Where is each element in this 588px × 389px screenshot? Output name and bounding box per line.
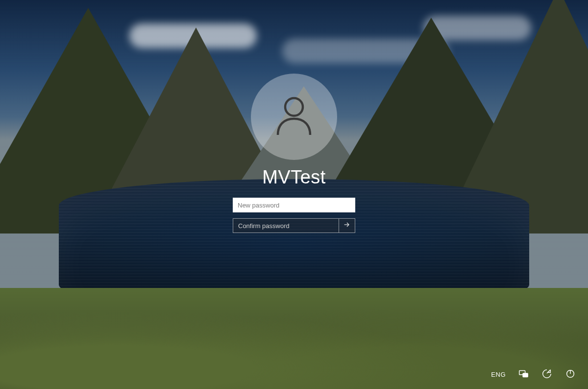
language-button[interactable]: ENG bbox=[490, 369, 507, 380]
svg-rect-3 bbox=[523, 373, 528, 377]
login-panel: MVTest bbox=[220, 74, 368, 233]
user-icon bbox=[270, 92, 318, 141]
username-label: MVTest bbox=[262, 167, 326, 188]
network-button[interactable] bbox=[516, 367, 530, 381]
submit-button[interactable] bbox=[339, 219, 355, 233]
svg-line-5 bbox=[547, 369, 550, 373]
power-button[interactable] bbox=[564, 367, 577, 381]
ease-of-access-icon bbox=[541, 368, 552, 381]
power-icon bbox=[565, 368, 576, 381]
svg-point-0 bbox=[285, 98, 303, 116]
new-password-field[interactable] bbox=[233, 198, 355, 212]
system-tray: ENG bbox=[490, 367, 577, 381]
ease-of-access-button[interactable] bbox=[540, 367, 554, 381]
network-icon bbox=[518, 368, 529, 381]
confirm-password-field[interactable] bbox=[233, 218, 355, 233]
arrow-right-icon bbox=[343, 221, 351, 231]
new-password-input[interactable] bbox=[233, 198, 355, 212]
confirm-password-input[interactable] bbox=[233, 219, 339, 233]
user-avatar bbox=[251, 74, 337, 160]
